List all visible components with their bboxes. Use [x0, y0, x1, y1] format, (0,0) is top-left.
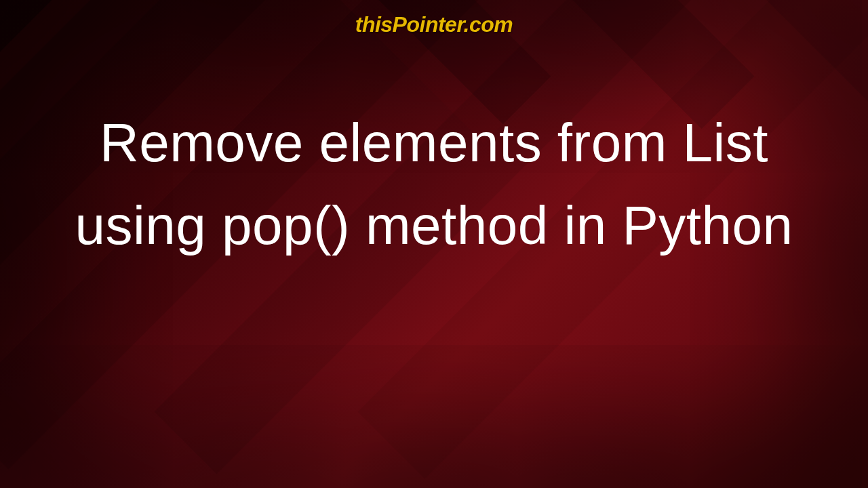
- content-container: thisPointer.com Remove elements from Lis…: [0, 0, 868, 488]
- article-title: Remove elements from List using pop() me…: [0, 102, 868, 266]
- brand-logo-text: thisPointer.com: [355, 12, 513, 37]
